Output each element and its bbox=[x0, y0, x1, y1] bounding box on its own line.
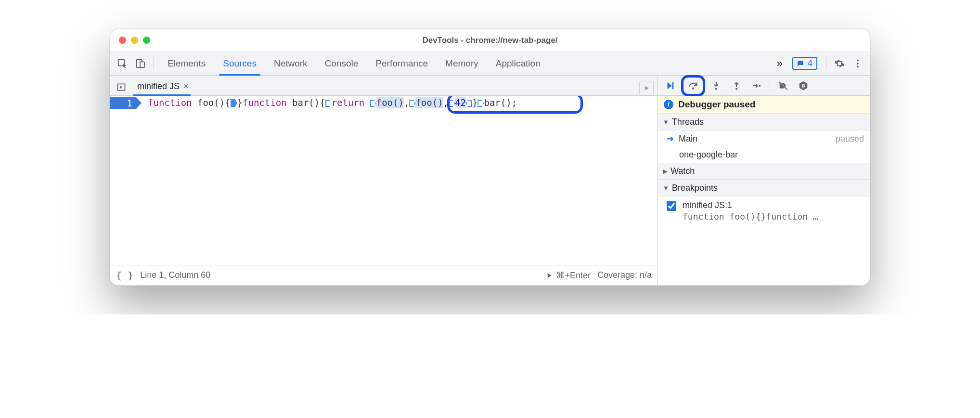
traffic-lights bbox=[110, 37, 150, 44]
svg-point-10 bbox=[735, 88, 737, 90]
kebab-menu-icon[interactable] bbox=[850, 55, 866, 72]
panel-tabs: Elements Sources Network Console Perform… bbox=[159, 52, 549, 75]
debugger-controls bbox=[658, 76, 870, 96]
resume-button[interactable] bbox=[661, 78, 679, 94]
minimize-window-button[interactable] bbox=[131, 37, 138, 44]
tab-performance[interactable]: Performance bbox=[367, 52, 437, 75]
svg-point-4 bbox=[857, 63, 859, 65]
window-title: DevTools - chrome://new-tab-page/ bbox=[110, 36, 870, 45]
maximize-window-button[interactable] bbox=[143, 37, 150, 44]
step-out-button[interactable] bbox=[727, 78, 746, 94]
breakpoint-row[interactable]: minified JS:1 function foo(){}function … bbox=[658, 196, 870, 225]
cursor-position: Line 1, Column 60 bbox=[140, 270, 210, 280]
main-toolbar: Elements Sources Network Console Perform… bbox=[110, 52, 870, 76]
current-thread-arrow-icon: ➔ bbox=[667, 133, 674, 144]
settings-icon[interactable] bbox=[831, 55, 848, 72]
breakpoint-checkbox[interactable] bbox=[667, 201, 676, 211]
svg-point-3 bbox=[857, 59, 859, 61]
tab-memory[interactable]: Memory bbox=[437, 52, 487, 75]
step-marker-icon bbox=[325, 100, 332, 107]
svg-rect-13 bbox=[803, 84, 804, 87]
step-marker-icon bbox=[370, 100, 376, 107]
pretty-print-icon[interactable]: { } bbox=[116, 270, 133, 281]
tab-application[interactable]: Application bbox=[487, 52, 549, 75]
step-marker-icon bbox=[409, 100, 415, 107]
close-window-button[interactable] bbox=[119, 37, 126, 44]
file-tab-bar: minified JS × bbox=[110, 76, 658, 96]
pause-on-exceptions-button[interactable] bbox=[794, 78, 812, 94]
disclosure-triangle-icon: ▼ bbox=[663, 118, 669, 126]
step-marker-icon bbox=[449, 100, 455, 107]
paused-label: Debugger paused bbox=[678, 99, 755, 110]
sources-editor-pane: minified JS × 1 function foo(){}function… bbox=[110, 76, 658, 285]
thread-secondary-row[interactable]: one-google-bar bbox=[658, 147, 870, 163]
close-file-tab-icon[interactable]: × bbox=[183, 81, 189, 91]
step-into-button[interactable] bbox=[707, 78, 725, 94]
current-execution-marker-icon bbox=[231, 99, 237, 107]
tab-sources[interactable]: Sources bbox=[214, 52, 265, 75]
file-tab-minified-js[interactable]: minified JS × bbox=[130, 78, 193, 95]
devtools-window: DevTools - chrome://new-tab-page/ Elemen… bbox=[110, 29, 870, 286]
thread-main-row[interactable]: ➔ Main paused bbox=[658, 131, 870, 147]
snippet-run-icon[interactable] bbox=[639, 81, 654, 95]
coverage-status: Coverage: n/a bbox=[597, 270, 652, 280]
titlebar: DevTools - chrome://new-tab-page/ bbox=[110, 29, 870, 52]
debugger-paused-banner: i Debugger paused bbox=[658, 96, 870, 114]
disclosure-triangle-icon: ▶ bbox=[663, 168, 668, 175]
step-over-button[interactable] bbox=[681, 75, 705, 96]
svg-point-11 bbox=[759, 84, 761, 86]
step-end-marker-icon bbox=[466, 100, 472, 107]
code-line-1[interactable]: function foo(){}function bar(){return fo… bbox=[140, 96, 658, 109]
disclosure-triangle-icon: ▼ bbox=[663, 184, 669, 192]
debugger-pane: i Debugger paused ▼ Threads ➔ Main pause… bbox=[658, 76, 870, 285]
svg-point-9 bbox=[715, 88, 717, 90]
breakpoints-section-header[interactable]: ▼ Breakpoints bbox=[658, 180, 870, 196]
step-button[interactable] bbox=[748, 78, 766, 94]
navigator-toggle-icon[interactable] bbox=[113, 79, 129, 95]
svg-rect-7 bbox=[672, 82, 674, 89]
run-snippet-hint: ⌘+Enter bbox=[545, 270, 591, 281]
info-icon: i bbox=[664, 100, 673, 109]
code-editor[interactable]: 1 function foo(){}function bar(){return … bbox=[110, 96, 658, 265]
svg-point-5 bbox=[857, 65, 859, 67]
breakpoint-location: minified JS:1 bbox=[683, 200, 818, 210]
more-tabs-button[interactable]: » bbox=[773, 57, 787, 70]
line-number-1[interactable]: 1 bbox=[110, 97, 136, 109]
issues-badge[interactable]: 4 bbox=[792, 57, 817, 70]
threads-section-header[interactable]: ▼ Threads bbox=[658, 114, 870, 131]
tab-console[interactable]: Console bbox=[316, 52, 367, 75]
svg-point-8 bbox=[692, 87, 694, 89]
svg-rect-2 bbox=[140, 62, 144, 67]
breakpoint-code-preview: function foo(){}function … bbox=[683, 211, 818, 222]
editor-status-bar: { } Line 1, Column 60 ⌘+Enter Coverage: … bbox=[110, 265, 658, 285]
watch-section-header[interactable]: ▶ Watch bbox=[658, 163, 870, 180]
tab-network[interactable]: Network bbox=[265, 52, 316, 75]
issues-count: 4 bbox=[808, 58, 812, 68]
inspect-element-icon[interactable] bbox=[114, 55, 130, 72]
svg-rect-12 bbox=[802, 84, 803, 87]
device-toolbar-icon[interactable] bbox=[132, 55, 149, 72]
tab-elements[interactable]: Elements bbox=[159, 52, 214, 75]
file-tab-label: minified JS bbox=[137, 81, 180, 91]
step-marker-icon bbox=[477, 100, 484, 107]
line-number-gutter[interactable]: 1 bbox=[110, 96, 140, 265]
deactivate-breakpoints-button[interactable] bbox=[774, 78, 792, 94]
